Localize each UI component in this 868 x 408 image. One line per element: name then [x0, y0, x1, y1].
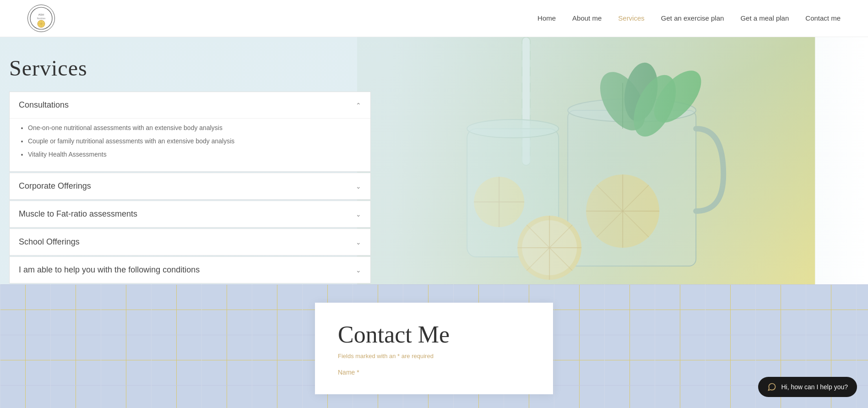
accordion-header-conditions[interactable]: I am able to help you with the following… — [10, 257, 370, 283]
navigation: ASH Nutrition Home About me Services Get… — [0, 0, 868, 37]
nav-exercise[interactable]: Get an exercise plan — [661, 14, 724, 22]
svg-text:ASH: ASH — [38, 13, 44, 16]
chat-bubble[interactable]: Hi, how can I help you? — [758, 377, 857, 397]
chevron-icon: ⌄ — [356, 211, 361, 218]
hero-content: Services Consultations⌃One-on-one nutrit… — [0, 37, 451, 284]
contact-card: Contact Me Fields marked with an * are r… — [315, 303, 553, 394]
logo[interactable]: ASH Nutrition — [27, 5, 55, 32]
accordion-item-muscle-fat: Muscle to Fat-ratio assessments⌄ — [9, 201, 371, 228]
accordion-label-conditions: I am able to help you with the following… — [19, 265, 200, 275]
svg-text:Nutrition: Nutrition — [37, 17, 46, 20]
accordion-label-corporate: Corporate Offerings — [19, 181, 91, 191]
hero-section: Services Consultations⌃One-on-one nutrit… — [0, 37, 868, 284]
page-title: Services — [9, 55, 442, 81]
accordion-header-muscle-fat[interactable]: Muscle to Fat-ratio assessments⌄ — [10, 201, 370, 227]
accordion-header-school[interactable]: School Offerings⌄ — [10, 229, 370, 255]
chevron-icon: ⌄ — [356, 183, 361, 190]
accordion-body-consultations: One-on-one nutritional assessments with … — [10, 118, 370, 171]
accordion-header-consultations[interactable]: Consultations⌃ — [10, 92, 370, 118]
nav-contact[interactable]: Contact me — [805, 14, 841, 22]
accordion-label-consultations: Consultations — [19, 100, 69, 110]
accordion-label-muscle-fat: Muscle to Fat-ratio assessments — [19, 209, 137, 219]
chat-label: Hi, how can I help you? — [781, 383, 848, 391]
accordion: Consultations⌃One-on-one nutritional ass… — [9, 92, 371, 284]
nav-services[interactable]: Services — [618, 14, 645, 22]
contact-section: Contact Me Fields marked with an * are r… — [0, 284, 868, 408]
contact-title: Contact Me — [338, 321, 530, 348]
logo-svg: ASH Nutrition — [29, 6, 53, 30]
chevron-icon: ⌃ — [356, 102, 361, 109]
name-label: Name * — [338, 369, 530, 376]
chevron-icon: ⌄ — [356, 267, 361, 274]
accordion-item-consultations: Consultations⌃One-on-one nutritional ass… — [9, 92, 371, 172]
accordion-item-conditions: I am able to help you with the following… — [9, 256, 371, 283]
chat-icon — [767, 382, 776, 392]
accordion-bullet: One-on-one nutritional assessments with … — [28, 123, 361, 133]
nav-about[interactable]: About me — [572, 14, 602, 22]
accordion-item-corporate: Corporate Offerings⌄ — [9, 173, 371, 200]
chevron-icon: ⌄ — [356, 239, 361, 246]
nav-links: Home About me Services Get an exercise p… — [537, 14, 841, 22]
nav-meal[interactable]: Get a meal plan — [740, 14, 789, 22]
accordion-item-school: School Offerings⌄ — [9, 228, 371, 256]
contact-subtitle: Fields marked with an * are required — [338, 353, 530, 359]
accordion-label-school: School Offerings — [19, 237, 80, 247]
nav-home[interactable]: Home — [537, 14, 556, 22]
accordion-header-corporate[interactable]: Corporate Offerings⌄ — [10, 173, 370, 199]
accordion-bullet: Couple or family nutritional assessments… — [28, 136, 361, 146]
logo-circle: ASH Nutrition — [27, 5, 55, 32]
accordion-bullet: Vitality Health Assessments — [28, 150, 361, 159]
